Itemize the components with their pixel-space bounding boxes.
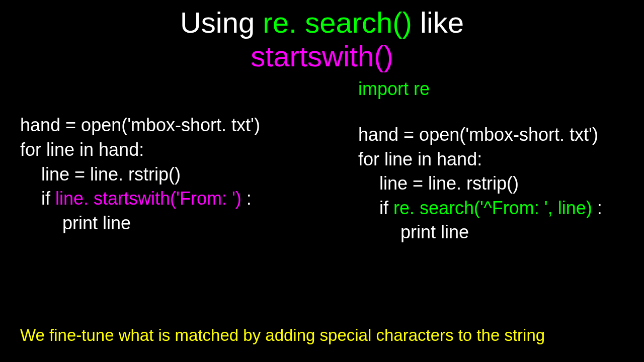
right-column: import re hand = open('mbox-short. txt')… — [354, 77, 644, 245]
left-code-block: hand = open('mbox-short. txt') for line … — [20, 113, 354, 235]
code-text: if — [41, 188, 55, 209]
title-part-startswith: startswith() — [251, 40, 393, 72]
title-part-using: Using — [180, 6, 263, 39]
code-line: if re. search('^From: ', line) : — [358, 196, 644, 221]
code-columns: hand = open('mbox-short. txt') for line … — [0, 77, 644, 245]
left-column: hand = open('mbox-short. txt') for line … — [0, 77, 354, 245]
right-code-block: import re hand = open('mbox-short. txt')… — [358, 77, 644, 245]
code-line: for line in hand: — [20, 138, 354, 162]
code-line: print line — [358, 220, 644, 245]
slide-title: Using re. search() like startswith() — [0, 0, 644, 73]
code-line: line = line. rstrip() — [20, 162, 354, 187]
research-call: re. search('^From: ', line) — [393, 198, 592, 218]
code-line: for line in hand: — [358, 147, 644, 172]
footer-caption: We fine-tune what is matched by adding s… — [20, 326, 545, 345]
import-line: import re — [358, 77, 644, 102]
spacer — [20, 77, 354, 113]
code-line: print line — [20, 211, 354, 236]
slide: Using re. search() like startswith() han… — [0, 0, 644, 362]
code-text: : — [242, 188, 252, 209]
startswith-call: line. startswith('From: ') — [55, 188, 242, 209]
title-part-like: like — [412, 6, 464, 39]
code-line: line = line. rstrip() — [358, 171, 644, 196]
title-part-research: re. search() — [263, 6, 412, 39]
code-line: if line. startswith('From: ') : — [20, 187, 354, 211]
code-line: hand = open('mbox-short. txt') — [358, 123, 644, 147]
blank-line — [358, 102, 644, 123]
code-text: if — [379, 198, 393, 218]
code-text: : — [592, 198, 602, 218]
code-line: hand = open('mbox-short. txt') — [20, 113, 354, 138]
